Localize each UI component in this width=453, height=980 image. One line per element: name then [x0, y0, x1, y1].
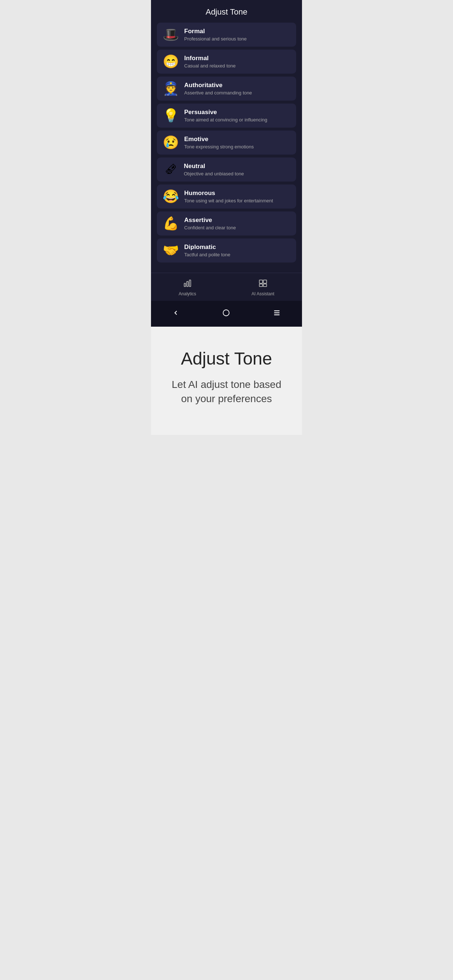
tone-desc-persuasive: Tone aimed at convincing or influencing — [184, 117, 267, 123]
tone-name-diplomatic: Diplomatic — [184, 243, 230, 251]
tone-icon-persuasive: 💡 — [163, 109, 179, 122]
svg-rect-1 — [187, 282, 188, 286]
tone-desc-assertive: Confident and clear tone — [184, 225, 236, 231]
tone-text-neutral: NeutralObjective and unbiased tone — [184, 162, 244, 177]
tone-item-humorous[interactable]: 😂HumorousTone using wit and jokes for en… — [157, 185, 296, 208]
tone-text-authoritative: AuthoritativeAssertive and commanding to… — [184, 82, 252, 95]
landing-title: Adjust Tone — [166, 348, 287, 369]
landing-section: Adjust Tone Let AI adjust tone based on … — [151, 327, 302, 435]
ai-assistant-label: AI Assistant — [251, 291, 274, 296]
landing-subtitle: Let AI adjust tone based on your prefere… — [166, 377, 287, 406]
tone-text-assertive: AssertiveConfident and clear tone — [184, 216, 236, 231]
tone-name-persuasive: Persuasive — [184, 109, 267, 116]
svg-rect-4 — [263, 280, 266, 283]
tone-name-authoritative: Authoritative — [184, 82, 252, 89]
tone-icon-assertive: 💪 — [163, 217, 179, 230]
svg-point-7 — [223, 310, 230, 316]
tone-desc-humorous: Tone using wit and jokes for entertainme… — [184, 198, 273, 204]
tone-text-formal: FormalProfessional and serious tone — [184, 28, 247, 41]
tone-icon-authoritative: 👮 — [163, 82, 179, 95]
nav-analytics[interactable]: Analytics — [171, 277, 204, 298]
svg-rect-3 — [259, 280, 263, 283]
svg-rect-2 — [189, 280, 191, 286]
system-nav — [151, 301, 302, 327]
tone-item-diplomatic[interactable]: 🤝DiplomaticTactful and polite tone — [157, 239, 296, 262]
tone-desc-informal: Casual and relaxed tone — [184, 63, 236, 68]
tone-icon-formal: 🎩 — [163, 28, 179, 41]
svg-rect-0 — [184, 283, 186, 286]
tone-item-persuasive[interactable]: 💡PersuasiveTone aimed at convincing or i… — [157, 103, 296, 127]
nav-ai-assistant[interactable]: AI Assistant — [244, 277, 282, 298]
ai-assistant-icon — [258, 279, 267, 290]
tone-name-assertive: Assertive — [184, 216, 236, 224]
tone-desc-diplomatic: Tactful and polite tone — [184, 252, 230, 258]
tone-name-informal: Informal — [184, 55, 236, 62]
tone-desc-emotive: Tone expressing strong emotions — [184, 144, 254, 150]
tone-text-persuasive: PersuasiveTone aimed at convincing or in… — [184, 109, 267, 123]
svg-rect-6 — [263, 284, 266, 286]
tone-desc-authoritative: Assertive and commanding tone — [184, 90, 252, 95]
tone-name-formal: Formal — [184, 28, 247, 35]
back-button[interactable] — [165, 306, 187, 321]
tone-icon-emotive: 😢 — [163, 136, 179, 149]
tone-item-informal[interactable]: 😁InformalCasual and relaxed tone — [157, 49, 296, 74]
tone-icon-humorous: 😂 — [163, 190, 179, 203]
tone-icon-diplomatic: 🤝 — [163, 244, 179, 257]
phone-screen: Adjust Tone 🎩FormalProfessional and seri… — [151, 0, 302, 327]
tone-item-emotive[interactable]: 😢EmotiveTone expressing strong emotions — [157, 130, 296, 154]
recents-button[interactable] — [266, 306, 288, 321]
page-title: Adjust Tone — [151, 0, 302, 22]
analytics-icon — [183, 279, 192, 290]
tone-text-humorous: HumorousTone using wit and jokes for ent… — [184, 189, 273, 204]
tone-name-neutral: Neutral — [184, 162, 244, 170]
tone-item-assertive[interactable]: 💪AssertiveConfident and clear tone — [157, 212, 296, 235]
tone-text-informal: InformalCasual and relaxed tone — [184, 55, 236, 68]
tone-item-formal[interactable]: 🎩FormalProfessional and serious tone — [157, 22, 296, 47]
tone-icon-informal: 😁 — [163, 55, 179, 68]
svg-rect-5 — [259, 284, 263, 286]
tone-text-diplomatic: DiplomaticTactful and polite tone — [184, 243, 230, 258]
home-button[interactable] — [215, 306, 238, 321]
tone-name-humorous: Humorous — [184, 189, 273, 197]
tone-text-emotive: EmotiveTone expressing strong emotions — [184, 135, 254, 150]
bottom-nav: Analytics AI Assistant — [151, 273, 302, 301]
tone-desc-formal: Professional and serious tone — [184, 36, 247, 41]
analytics-label: Analytics — [179, 291, 196, 296]
tone-desc-neutral: Objective and unbiased tone — [184, 171, 244, 177]
tone-item-authoritative[interactable]: 👮AuthoritativeAssertive and commanding t… — [157, 76, 296, 100]
tone-list: 🎩FormalProfessional and serious tone😁Inf… — [151, 22, 302, 273]
tone-item-neutral[interactable]: 🗞NeutralObjective and unbiased tone — [157, 158, 296, 181]
tone-name-emotive: Emotive — [184, 135, 254, 143]
tone-icon-neutral: 🗞 — [163, 163, 179, 176]
